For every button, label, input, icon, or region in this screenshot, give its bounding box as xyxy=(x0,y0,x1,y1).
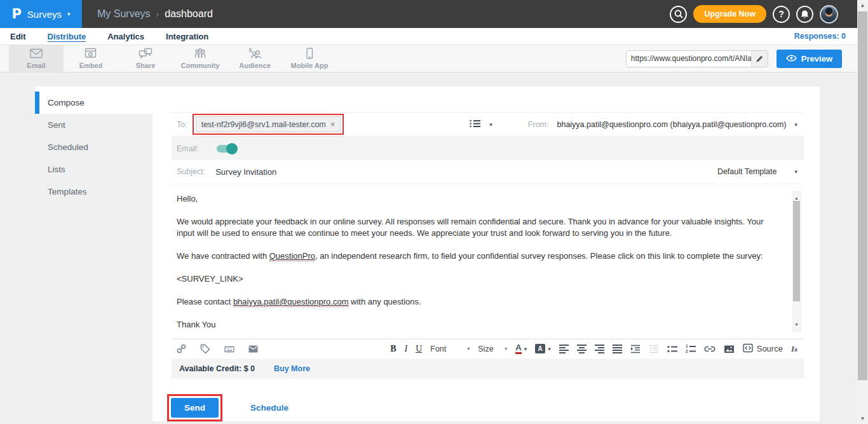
tab-label: Audience xyxy=(239,62,271,69)
bold-button[interactable]: B xyxy=(390,344,396,354)
buy-more-link[interactable]: Buy More xyxy=(274,364,310,373)
email-body-editor[interactable]: Hello, We would appreciate your feedback… xyxy=(172,184,804,339)
chevron-down-icon: ▾ xyxy=(467,346,470,352)
bell-icon[interactable] xyxy=(796,6,813,23)
help-icon[interactable]: ? xyxy=(773,6,790,23)
tab-community[interactable]: Community xyxy=(173,45,227,72)
page-scroll-thumb[interactable] xyxy=(858,11,867,380)
body-scrollbar[interactable]: ▲ ▼ xyxy=(792,191,801,332)
upgrade-now-button[interactable]: Upgrade Now xyxy=(693,5,766,23)
insert-survey-link-icon[interactable] xyxy=(177,344,186,353)
template-dropdown[interactable]: Default Template ▾ xyxy=(717,167,797,176)
sidebar-item-lists[interactable]: Lists xyxy=(35,158,153,181)
subject-label: Subject: xyxy=(177,167,205,176)
breadcrumb-my-surveys[interactable]: My Surveys xyxy=(97,8,151,20)
nav-analytics[interactable]: Analytics xyxy=(107,32,144,41)
align-left-icon[interactable] xyxy=(559,345,569,353)
sidebar-item-compose[interactable]: Compose xyxy=(35,92,153,114)
from-label: From: xyxy=(528,120,549,129)
remove-recipient-icon[interactable]: × xyxy=(330,120,336,129)
numbered-list-icon[interactable]: 12 xyxy=(686,345,696,353)
tab-audience[interactable]: $ Audience xyxy=(227,45,282,72)
email-distribute-card: Compose Sent Scheduled Lists Templates T… xyxy=(35,86,820,421)
nav-distribute[interactable]: Distribute xyxy=(48,32,86,41)
nav-integration[interactable]: Integration xyxy=(166,32,208,41)
distribute-toolbar: Email Embed Share Community xyxy=(0,45,857,72)
actions-row: Send Schedule xyxy=(167,394,804,421)
body-closing: Thank You xyxy=(177,319,782,331)
preview-label: Preview xyxy=(801,54,832,64)
align-center-icon[interactable] xyxy=(577,345,587,353)
questionpro-logo: P xyxy=(11,6,21,22)
image-icon[interactable] xyxy=(724,345,735,353)
editor-format-group: B I U Font▾ Size▾ A▾ xyxy=(390,343,797,355)
justify-icon[interactable] xyxy=(613,345,622,353)
sidebar-item-templates[interactable]: Templates xyxy=(35,181,153,203)
italic-button[interactable]: I xyxy=(404,344,407,354)
to-label: To: xyxy=(177,120,187,129)
contact-email-link[interactable]: bhaiyya.patil@questionpro.com xyxy=(233,297,349,307)
toggle-knob xyxy=(226,143,238,154)
remove-format-icon[interactable]: Ix xyxy=(791,344,797,354)
search-icon[interactable] xyxy=(670,6,687,23)
sidebar-item-scheduled[interactable]: Scheduled xyxy=(35,136,153,158)
recipient-chip[interactable]: test-nf2r9vjl6@srv1.mail-tester.com × xyxy=(196,116,341,132)
main-area: Compose Sent Scheduled Lists Templates T… xyxy=(0,72,857,424)
preview-button[interactable]: Preview xyxy=(776,50,842,68)
email-toggle-row: Email: xyxy=(172,137,804,160)
email-toggle[interactable] xyxy=(217,145,236,153)
send-button[interactable]: Send xyxy=(171,398,219,418)
tab-embed[interactable]: Embed xyxy=(64,45,118,72)
avatar[interactable] xyxy=(820,5,838,24)
sidebar-spacer xyxy=(35,86,153,92)
scroll-thumb[interactable] xyxy=(793,201,800,301)
from-value[interactable]: bhaiyya.patil@questionpro.com (bhaiyya.p… xyxy=(557,120,786,129)
page: P Surveys ▾ My Surveys › dashboard Upgra… xyxy=(0,0,857,424)
from-group: From: bhaiyya.patil@questionpro.com (bha… xyxy=(528,120,797,129)
recipient-list-icon xyxy=(470,120,480,130)
responses-count[interactable]: Responses: 0 xyxy=(794,32,846,41)
pencil-icon[interactable] xyxy=(751,51,768,67)
subject-value[interactable]: Survey Invitation xyxy=(215,167,276,177)
align-right-icon[interactable] xyxy=(595,345,604,353)
keyboard-icon[interactable] xyxy=(224,345,234,353)
font-dropdown[interactable]: Font▾ xyxy=(430,345,470,353)
text-color-button[interactable]: A▾ xyxy=(515,343,527,354)
page-scrollbar[interactable]: ▲ ▼ xyxy=(857,0,868,424)
bullet-list-icon[interactable] xyxy=(667,345,677,353)
email-template-icon[interactable] xyxy=(248,345,258,353)
chevron-down-icon[interactable]: ▾ xyxy=(794,121,797,128)
insert-tag-icon[interactable] xyxy=(200,344,210,354)
app-root: P Surveys ▾ My Surveys › dashboard Upgra… xyxy=(0,0,868,424)
background-color-button[interactable]: A▾ xyxy=(535,344,551,353)
sidebar-item-sent[interactable]: Sent xyxy=(35,114,153,136)
subject-row: Subject: Survey Invitation Default Templ… xyxy=(172,160,804,184)
questionpro-link[interactable]: QuestionPro xyxy=(269,251,315,261)
scroll-down-icon[interactable]: ▼ xyxy=(857,416,868,421)
tab-mobile-app[interactable]: Mobile App xyxy=(282,45,337,72)
survey-url-box: https://www.questionpro.com/t/ANIa2Z xyxy=(626,50,768,67)
scroll-up-icon[interactable]: ▲ xyxy=(857,3,868,8)
scroll-down-icon[interactable]: ▼ xyxy=(792,319,801,331)
email-sidebar: Compose Sent Scheduled Lists Templates xyxy=(35,86,153,421)
link-icon[interactable] xyxy=(704,345,715,353)
underline-button[interactable]: U xyxy=(416,344,422,354)
svg-text:1: 1 xyxy=(686,345,688,348)
svg-text:2: 2 xyxy=(686,349,688,353)
tab-email[interactable]: Email xyxy=(9,45,64,72)
outdent-icon[interactable] xyxy=(649,345,659,353)
product-switcher[interactable]: P Surveys ▾ xyxy=(0,0,82,28)
tab-share[interactable]: Share xyxy=(118,45,173,72)
nav-edit[interactable]: Edit xyxy=(10,32,26,41)
compose-form: To: test-nf2r9vjl6@srv1.mail-tester.com … xyxy=(153,86,820,421)
source-button[interactable]: Source xyxy=(743,343,783,355)
tab-label: Community xyxy=(181,62,220,69)
size-dropdown[interactable]: Size▾ xyxy=(478,345,507,353)
annotation-box-send: Send xyxy=(167,394,222,421)
survey-url[interactable]: https://www.questionpro.com/t/ANIa2Z xyxy=(627,54,751,63)
indent-icon[interactable] xyxy=(630,345,641,353)
mobile-app-icon xyxy=(302,48,316,60)
audience-icon: $ xyxy=(248,48,262,60)
schedule-link[interactable]: Schedule xyxy=(250,403,288,413)
recipient-list-dropdown[interactable]: ▾ xyxy=(470,120,492,130)
